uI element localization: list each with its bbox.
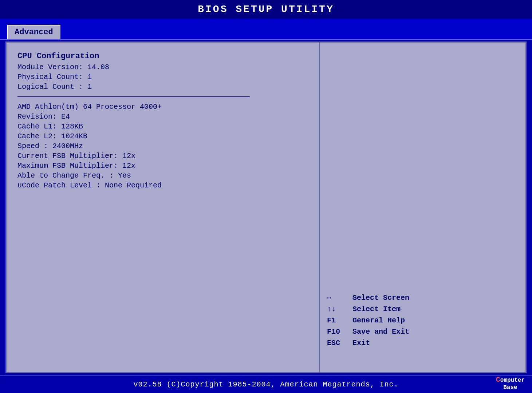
key-f10: F10 [327, 328, 352, 336]
help-f10: F10 Save and Exit [327, 328, 518, 336]
help-f10-desc: Save and Exit [352, 328, 409, 336]
help-select-screen: ↔ Select Screen [327, 294, 518, 302]
ucode-patch: uCode Patch Level : None Required [17, 181, 308, 190]
current-fsb: Current FSB Multiplier: 12x [17, 152, 308, 160]
cpu-speed: Speed : 2400MHz [17, 142, 308, 150]
key-arrows-lr: ↔ [327, 294, 352, 302]
change-freq: Able to Change Freq. : Yes [17, 171, 308, 180]
help-select-item: ↑↓ Select Item [327, 305, 518, 313]
right-panel: ↔ Select Screen ↑↓ Select Item F1 Genera… [320, 43, 525, 372]
cpu-model: AMD Athlon(tm) 64 Processor 4000+ [17, 103, 308, 111]
section-title: CPU Configuration [17, 52, 308, 61]
cpu-revision: Revision: E4 [17, 112, 308, 121]
tab-bar: Advanced [0, 20, 532, 40]
cache-l2: Cache L2: 1024KB [17, 132, 308, 140]
key-esc: ESC [327, 339, 352, 347]
physical-count: Physical Count: 1 [17, 73, 308, 81]
footer-text: v02.58 (C)Copyright 1985-2004, American … [133, 380, 398, 389]
footer: v02.58 (C)Copyright 1985-2004, American … [0, 375, 532, 393]
help-esc: ESC Exit [327, 339, 518, 347]
left-panel: CPU Configuration Module Version: 14.08 … [7, 43, 320, 372]
bios-title: BIOS SETUP UTILITY [198, 4, 334, 15]
max-fsb: Maximum FSB Multiplier: 12x [17, 162, 308, 170]
footer-logo: Computer Base [496, 376, 525, 391]
module-version: Module Version: 14.08 [17, 63, 308, 71]
key-arrows-ud: ↑↓ [327, 305, 352, 313]
cache-l1: Cache L1: 128KB [17, 122, 308, 131]
help-select-item-desc: Select Item [352, 305, 401, 313]
tab-advanced[interactable]: Advanced [7, 25, 60, 39]
help-esc-desc: Exit [352, 339, 370, 347]
logical-count: Logical Count : 1 [17, 83, 308, 91]
divider [17, 96, 250, 97]
key-f1: F1 [327, 316, 352, 325]
bios-container: BIOS SETUP UTILITY Advanced CPU Configur… [0, 0, 532, 393]
title-bar: BIOS SETUP UTILITY [0, 0, 532, 20]
help-select-screen-desc: Select Screen [352, 294, 409, 302]
help-f1-desc: General Help [352, 316, 405, 325]
help-f1: F1 General Help [327, 316, 518, 325]
main-content: CPU Configuration Module Version: 14.08 … [5, 41, 527, 373]
